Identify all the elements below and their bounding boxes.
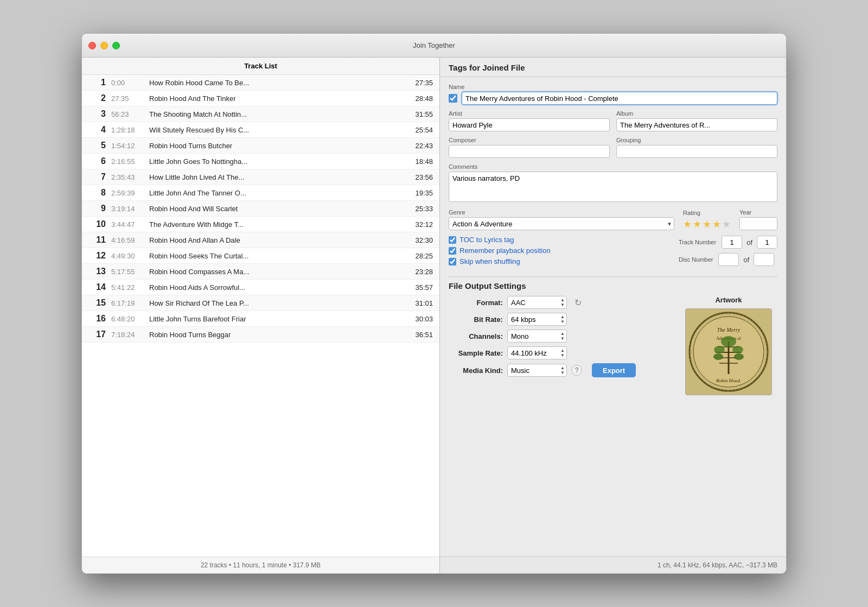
track-title: How Little John Lived At The... bbox=[149, 173, 409, 181]
track-of-input[interactable] bbox=[757, 236, 777, 249]
track-row[interactable]: 1 0:00 How Robin Hood Came To Be... 27:3… bbox=[82, 75, 439, 91]
track-row[interactable]: 13 5:17:55 Robin Hood Compasses A Ma... … bbox=[82, 264, 439, 280]
samplerate-select[interactable]: 44.100 kHz 48.000 kHz 22.050 kHz bbox=[507, 346, 567, 359]
track-row[interactable]: 10 3:44:47 The Adventure With Midge T...… bbox=[82, 217, 439, 232]
track-title: The Adventure With Midge T... bbox=[149, 220, 409, 229]
export-button[interactable]: Export bbox=[592, 363, 636, 377]
track-title: Little John Turns Barefoot Friar bbox=[149, 315, 409, 323]
remember-checkbox[interactable] bbox=[449, 247, 456, 255]
bitrate-row: Bit Rate: 64 kbps 128 kbps 192 kbps 256 … bbox=[449, 313, 669, 326]
name-checkbox[interactable] bbox=[449, 94, 457, 103]
minimize-button[interactable] bbox=[100, 42, 108, 49]
track-num: 9 bbox=[88, 204, 106, 213]
name-row bbox=[449, 92, 777, 105]
checkboxes-row: TOC to Lyrics tag Remember playback posi… bbox=[449, 236, 551, 265]
track-row[interactable]: 16 6:48:20 Little John Turns Barefoot Fr… bbox=[82, 311, 439, 327]
mediakind-select[interactable]: Music Audiobook Podcast bbox=[507, 364, 567, 377]
disc-of-input[interactable] bbox=[754, 253, 774, 266]
track-row[interactable]: 7 2:35:43 How Little John Lived At The..… bbox=[82, 169, 439, 185]
divider bbox=[449, 276, 777, 277]
artist-input[interactable] bbox=[449, 118, 610, 131]
grouping-input[interactable] bbox=[616, 145, 777, 158]
artwork-image[interactable]: The Merry Adventures of bbox=[685, 308, 772, 395]
year-input[interactable] bbox=[739, 217, 777, 230]
close-button[interactable] bbox=[88, 42, 96, 49]
star-5[interactable]: ★ bbox=[722, 218, 731, 230]
channels-label: Channels: bbox=[449, 332, 503, 340]
star-1[interactable]: ★ bbox=[683, 218, 692, 230]
star-3[interactable]: ★ bbox=[703, 218, 711, 230]
skip-shuffling-label[interactable]: Skip when shuffling bbox=[449, 257, 551, 265]
mediakind-row: Media Kind: Music Audiobook Podcast ▲▼ bbox=[449, 363, 669, 377]
track-title: The Shooting Match At Nottin... bbox=[149, 110, 409, 118]
track-row[interactable]: 8 2:59:39 Little John And The Tanner O..… bbox=[82, 185, 439, 201]
track-title: Robin Hood And Allan A Dale bbox=[149, 236, 409, 244]
star-2[interactable]: ★ bbox=[693, 218, 701, 230]
tags-body: Name Artist Album bbox=[440, 77, 786, 557]
track-row[interactable]: 17 7:18:24 Robin Hood Turns Beggar 36:51 bbox=[82, 327, 439, 343]
track-time: 4:49:30 bbox=[111, 252, 149, 260]
artwork-title: Artwork bbox=[715, 296, 742, 304]
toc-lyrics-label[interactable]: TOC to Lyrics tag bbox=[449, 236, 551, 244]
track-time: 27:35 bbox=[111, 94, 149, 103]
track-time: 1:28:18 bbox=[111, 126, 149, 134]
track-num: 2 bbox=[88, 93, 106, 103]
maximize-button[interactable] bbox=[112, 42, 120, 49]
track-row[interactable]: 5 1:54:12 Robin Hood Turns Butcher 22:43 bbox=[82, 138, 439, 154]
track-title: Robin Hood And Will Scarlet bbox=[149, 205, 409, 213]
genre-label: Genre bbox=[449, 209, 674, 216]
help-button[interactable]: ? bbox=[571, 365, 582, 376]
album-input[interactable] bbox=[616, 118, 777, 131]
track-row[interactable]: 2 27:35 Robin Hood And The Tinker 28:48 bbox=[82, 91, 439, 106]
name-field-row: Name bbox=[449, 84, 777, 105]
star-4[interactable]: ★ bbox=[712, 218, 721, 230]
track-num: 14 bbox=[88, 282, 106, 292]
track-title: How Robin Hood Came To Be... bbox=[149, 79, 409, 87]
toc-checkbox[interactable] bbox=[449, 236, 456, 244]
name-input[interactable] bbox=[462, 92, 777, 105]
tracklist-scroll[interactable]: 1 0:00 How Robin Hood Came To Be... 27:3… bbox=[82, 75, 439, 557]
samplerate-row: Sample Rate: 44.100 kHz 48.000 kHz 22.05… bbox=[449, 346, 669, 359]
bitrate-select[interactable]: 64 kbps 128 kbps 192 kbps 256 kbps 320 k… bbox=[507, 313, 567, 326]
comments-textarea[interactable]: Various narrators, PD bbox=[449, 172, 777, 202]
format-select[interactable]: AAC MP3 AIFF WAV bbox=[507, 296, 567, 309]
track-duration: 23:56 bbox=[409, 173, 433, 181]
track-duration: 22:43 bbox=[409, 142, 433, 150]
track-row[interactable]: 12 4:49:30 Robin Hood Seeks The Curtal..… bbox=[82, 248, 439, 264]
rating-label: Rating bbox=[683, 210, 731, 216]
stars[interactable]: ★ ★ ★ ★ ★ bbox=[683, 218, 731, 230]
track-title: How Sir Richard Of The Lea P... bbox=[149, 299, 409, 307]
track-num: 15 bbox=[88, 298, 106, 308]
track-title: Robin Hood And The Tinker bbox=[149, 94, 409, 103]
track-row[interactable]: 14 5:41:22 Robin Hood Aids A Sorrowful..… bbox=[82, 280, 439, 295]
track-row[interactable]: 3 56:23 The Shooting Match At Nottin... … bbox=[82, 106, 439, 122]
disc-num-input[interactable] bbox=[718, 253, 739, 266]
track-row[interactable]: 6 2:16:55 Little John Goes To Nottingha.… bbox=[82, 154, 439, 169]
track-num: 11 bbox=[88, 235, 106, 245]
track-num-input[interactable] bbox=[722, 236, 742, 249]
skip-checkbox[interactable] bbox=[449, 258, 456, 265]
remember-label-text: Remember playback position bbox=[459, 246, 551, 255]
channels-select[interactable]: Mono Stereo bbox=[507, 330, 567, 343]
album-col: Album bbox=[616, 110, 777, 131]
tracklist-panel: Track List 1 0:00 How Robin Hood Came To… bbox=[82, 58, 440, 573]
tags-footer: 1 ch, 44.1 kHz, 64 kbps, AAC, ~317.3 MB bbox=[440, 557, 786, 573]
track-time: 3:44:47 bbox=[111, 220, 149, 229]
track-num: 6 bbox=[88, 156, 106, 166]
reload-icon[interactable]: ↻ bbox=[575, 298, 582, 308]
artwork-svg: The Merry Adventures of bbox=[686, 309, 771, 395]
svg-point-10 bbox=[721, 336, 736, 347]
track-row[interactable]: 9 3:19:14 Robin Hood And Will Scarlet 25… bbox=[82, 201, 439, 217]
track-row[interactable]: 15 6:17:19 How Sir Richard Of The Lea P.… bbox=[82, 295, 439, 311]
track-row[interactable]: 11 4:16:59 Robin Hood And Allan A Dale 3… bbox=[82, 232, 439, 248]
track-time: 6:48:20 bbox=[111, 315, 149, 323]
track-row[interactable]: 4 1:28:18 Will Stutely Rescued By His C.… bbox=[82, 122, 439, 138]
composer-col: Composer bbox=[449, 137, 610, 158]
track-number-group: Track Number of bbox=[679, 236, 777, 249]
track-title: Robin Hood Aids A Sorrowful... bbox=[149, 283, 409, 292]
genre-select[interactable]: Action & Adventure bbox=[449, 217, 674, 230]
album-label: Album bbox=[616, 110, 777, 117]
track-time: 56:23 bbox=[111, 110, 149, 118]
remember-position-label[interactable]: Remember playback position bbox=[449, 246, 551, 255]
composer-input[interactable] bbox=[449, 145, 610, 158]
